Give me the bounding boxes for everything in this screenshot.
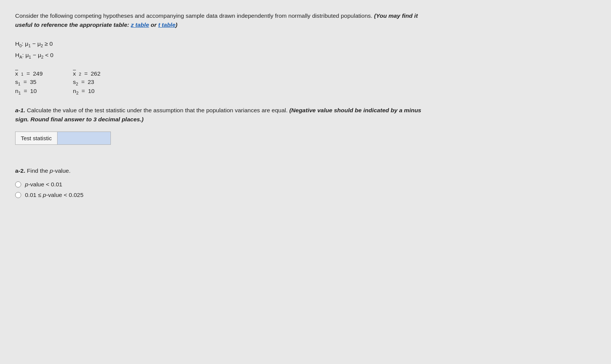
s1-val: 35 (30, 79, 36, 85)
s2-val: 23 (88, 79, 94, 85)
x1-eq: = (26, 70, 30, 77)
n1-val: 10 (30, 88, 37, 94)
pvalue-label-1[interactable]: p-value < 0.01 (25, 181, 62, 188)
intro-text-normal: Consider the following competing hypothe… (15, 12, 374, 19)
n1-eq: = (24, 88, 27, 94)
s1-eq: = (23, 79, 27, 85)
data-row-x1: x1 = 249 (15, 70, 43, 77)
hypotheses-block: H0: μ1 − μ2 ≥ 0 HA: μ1 − μ2 < 0 (15, 39, 596, 61)
ha-line: HA: μ1 − μ2 < 0 (15, 50, 596, 61)
x2-val: 262 (91, 70, 101, 77)
t-table-link[interactable]: t table (158, 22, 176, 28)
data-row-s2: s2 = 23 (73, 79, 101, 86)
sample-data-table: x1 = 249 s1 = 35 n1 = 10 x2 = 262 s2 = 2… (15, 70, 596, 95)
data-col-2: x2 = 262 s2 = 23 n2 = 10 (73, 70, 101, 95)
x2-label: x (73, 70, 76, 77)
pvalue-radio-1[interactable] (15, 181, 21, 187)
part-a1-text: Calculate the value of the test statisti… (25, 107, 289, 113)
n1-label: n1 (15, 88, 21, 95)
ha-text: HA: μ1 − μ2 < 0 (15, 50, 53, 61)
test-statistic-input[interactable] (58, 132, 110, 144)
intro-paragraph: Consider the following competing hypothe… (15, 11, 596, 29)
part-a2-text: Find the (25, 167, 50, 174)
intro-or: or (149, 22, 158, 28)
pvalue-option-1: p-value < 0.01 (15, 181, 596, 188)
s2-eq: = (81, 79, 85, 85)
part-a2-italic: p (50, 167, 53, 174)
h0-line: H0: μ1 − μ2 ≥ 0 (15, 39, 596, 50)
data-row-x2: x2 = 262 (73, 70, 101, 77)
intro-end: ) (176, 22, 177, 28)
n2-val: 10 (88, 88, 95, 94)
x1-sub: 1 (21, 72, 23, 76)
data-row-n2: n2 = 10 (73, 88, 101, 95)
pvalue-option-2: 0.01 ≤ p-value < 0.025 (15, 192, 596, 198)
x1-val: 249 (33, 70, 43, 77)
part-a2-text2: -value. (53, 167, 71, 174)
x2-sub: 2 (79, 72, 81, 76)
part-a2-title: a-2. Find the p-value. (15, 167, 596, 174)
s1-label: s1 (15, 79, 20, 86)
x2-eq: = (84, 70, 88, 77)
x1-label: x (15, 70, 18, 77)
pvalue-radio-2[interactable] (15, 192, 21, 198)
pvalue-label-2[interactable]: 0.01 ≤ p-value < 0.025 (25, 192, 84, 198)
test-statistic-row: Test statistic (15, 132, 111, 145)
data-row-s1: s1 = 35 (15, 79, 43, 86)
s2-label: s2 (73, 79, 78, 86)
z-table-link[interactable]: z table (131, 22, 149, 28)
part-a2-section: a-2. Find the p-value. p-value < 0.01 0.… (15, 167, 596, 198)
n2-eq: = (82, 88, 85, 94)
data-col-1: x1 = 249 s1 = 35 n1 = 10 (15, 70, 43, 95)
data-row-n1: n1 = 10 (15, 88, 43, 95)
h0-text: H0: μ1 − μ2 ≥ 0 (15, 39, 53, 50)
part-a1-description: a-1. Calculate the value of the test sta… (15, 106, 431, 124)
test-statistic-label: Test statistic (16, 132, 58, 144)
part-a2-label: a-2. (15, 167, 25, 174)
part-a1-label: a-1. (15, 107, 25, 113)
n2-label: n2 (73, 88, 79, 95)
